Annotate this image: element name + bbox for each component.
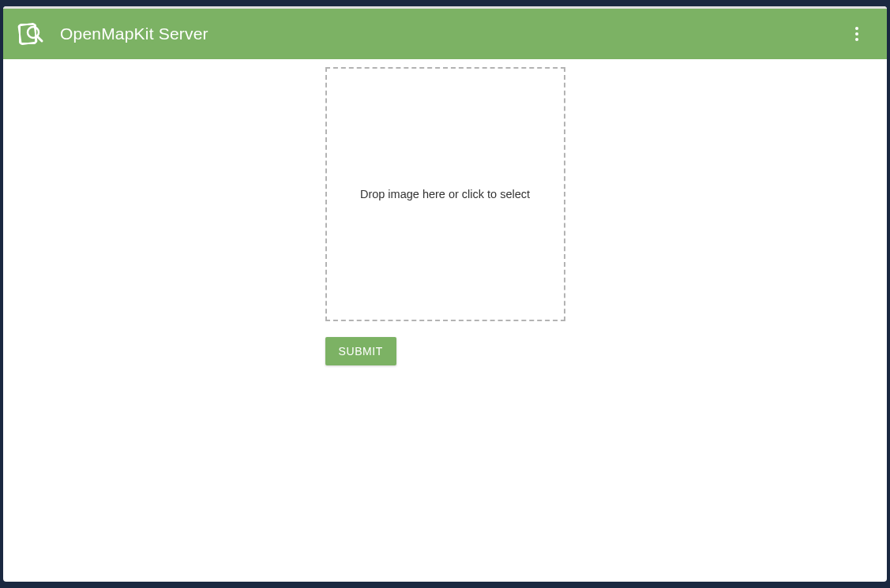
dropzone-prompt: Drop image here or click to select xyxy=(360,188,530,200)
main-content: Drop image here or click to select SUBMI… xyxy=(3,59,887,365)
svg-point-4 xyxy=(855,27,858,30)
app-header: OpenMapKit Server xyxy=(3,9,887,59)
app-logo-icon xyxy=(17,21,44,47)
app-title: OpenMapKit Server xyxy=(60,24,208,43)
image-dropzone[interactable]: Drop image here or click to select xyxy=(325,67,565,321)
submit-button[interactable]: SUBMIT xyxy=(325,337,397,365)
svg-point-5 xyxy=(855,32,858,36)
header-left: OpenMapKit Server xyxy=(17,21,208,47)
more-options-button[interactable] xyxy=(841,18,873,50)
more-vert-icon xyxy=(847,24,866,43)
svg-line-3 xyxy=(37,36,42,41)
app-window: OpenMapKit Server Drop image here or cli… xyxy=(3,6,887,582)
upload-form: Drop image here or click to select SUBMI… xyxy=(325,67,565,365)
svg-point-6 xyxy=(855,38,858,41)
